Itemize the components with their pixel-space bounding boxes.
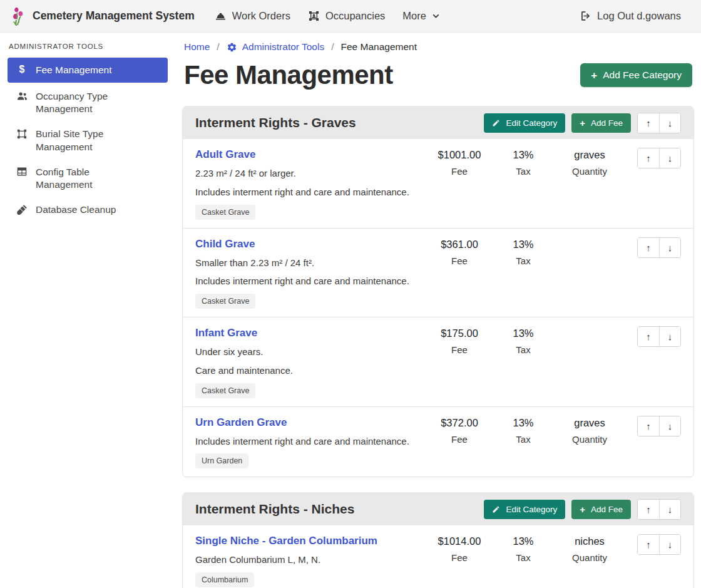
nav-item-work-orders[interactable]: Work Orders: [206, 5, 299, 27]
move-fee-up-button[interactable]: ↑: [638, 416, 659, 436]
admin-sidebar: ADMINISTRATOR TOOLS $ Fee Management Occ…: [0, 33, 175, 588]
fee-amount-column: $175.00 Fee: [424, 326, 494, 355]
edit-category-button[interactable]: Edit Category: [484, 113, 565, 133]
move-fee-down-button[interactable]: ↓: [659, 327, 680, 346]
sidebar-item-occupancy-type-management[interactable]: Occupancy Type Management: [8, 85, 168, 120]
app-title: Cemetery Management System: [33, 9, 195, 23]
edit-category-label: Edit Category: [506, 118, 557, 128]
move-fee-up-button[interactable]: ↑: [638, 535, 659, 554]
fee-amount-label: Fee: [424, 344, 494, 355]
fee-reorder-controls: ↑ ↓: [637, 416, 681, 436]
sidebar-item-burial-site-type-management[interactable]: Burial Site Type Management: [8, 123, 168, 158]
tax-column: 13% Tax: [494, 237, 552, 266]
broom-icon: [15, 204, 29, 215]
fee-descriptions: Under six years.Care and maintenance.: [195, 345, 419, 378]
quantity-value: graves: [552, 417, 627, 429]
fee-name-link[interactable]: Single Niche - Garden Columbarium: [195, 535, 377, 547]
move-category-up-button[interactable]: ↑: [638, 500, 659, 519]
arrow-up-icon: ↑: [646, 331, 651, 342]
fee-type-badge: Columbarium: [195, 572, 254, 587]
fee-name-link[interactable]: Adult Grave: [195, 148, 255, 161]
tax-label: Tax: [494, 255, 552, 266]
nav-item-occupancies[interactable]: Occupancies: [299, 5, 394, 27]
fee-row: Child Grave Smaller than 2.23 m² / 24 ft…: [183, 228, 693, 317]
arrow-down-icon: ↓: [668, 421, 673, 431]
edit-category-label: Edit Category: [506, 505, 557, 514]
quantity-label: Quantity: [552, 434, 627, 445]
move-category-up-button[interactable]: ↑: [638, 113, 659, 133]
add-fee-button[interactable]: + Add Fee: [571, 500, 631, 519]
fee-amount-value: $175.00: [424, 328, 494, 339]
move-category-down-button[interactable]: ↓: [659, 113, 680, 133]
arrow-up-icon: ↑: [646, 504, 651, 515]
add-fee-label: Add Fee: [591, 505, 623, 514]
main-content: Home / Administrator Tools / Fee Managem…: [175, 33, 701, 588]
tax-column: 13% Tax: [494, 326, 552, 355]
fee-details: Infant Grave Under six years.Care and ma…: [195, 326, 424, 398]
fee-amount-column: $1014.00 Fee: [424, 534, 494, 563]
app-brand[interactable]: Cemetery Management System: [11, 6, 195, 26]
fee-type-badge: Casket Grave: [195, 383, 255, 398]
breadcrumb-label: Administrator Tools: [242, 41, 325, 53]
tax-value: 13%: [494, 149, 552, 161]
pencil-icon: [492, 505, 500, 513]
move-fee-up-button[interactable]: ↑: [638, 327, 659, 346]
move-fee-down-button[interactable]: ↓: [659, 238, 680, 257]
move-category-down-button[interactable]: ↓: [659, 500, 680, 519]
add-fee-button[interactable]: + Add Fee: [571, 113, 631, 133]
arrow-up-icon: ↑: [646, 153, 651, 163]
move-fee-down-button[interactable]: ↓: [659, 535, 680, 554]
tax-value: 13%: [494, 328, 552, 339]
fee-reorder-controls: ↑ ↓: [637, 237, 681, 258]
logout-button[interactable]: Log Out d.gowans: [571, 5, 690, 27]
fee-details: Child Grave Smaller than 2.23 m² / 24 ft…: [195, 237, 424, 309]
sidebar-item-fee-management[interactable]: $ Fee Management: [8, 58, 168, 83]
fee-descriptions: Smaller than 2.23 m² / 24 ft².Includes i…: [195, 256, 419, 289]
fee-reorder-controls: ↑ ↓: [637, 326, 681, 347]
breadcrumb-admin-tools-link[interactable]: Administrator Tools: [227, 41, 325, 53]
fee-name-link[interactable]: Child Grave: [195, 238, 255, 250]
tax-column: 13% Tax: [494, 415, 552, 445]
fee-row: Urn Garden Grave Includes interment righ…: [183, 406, 693, 477]
fee-name-link[interactable]: Infant Grave: [195, 327, 257, 339]
move-fee-up-button[interactable]: ↑: [638, 148, 659, 168]
move-fee-down-button[interactable]: ↓: [659, 148, 680, 168]
fee-row: Single Niche - Garden Columbarium Garden…: [183, 525, 693, 588]
fee-description: Includes interment right and care and ma…: [195, 185, 419, 199]
move-fee-up-button[interactable]: ↑: [638, 238, 659, 257]
fee-category-card: Interment Rights - Graves Edit Category …: [183, 106, 693, 477]
quantity-label: Quantity: [552, 552, 627, 563]
quantity-column: graves Quantity: [552, 415, 627, 445]
fee-amount-label: Fee: [424, 434, 494, 445]
table-icon: [15, 166, 29, 177]
tax-label: Tax: [494, 344, 552, 355]
fee-name-link[interactable]: Urn Garden Grave: [195, 416, 287, 429]
quantity-column: [552, 326, 627, 333]
hard-hat-icon: [215, 10, 227, 22]
chevron-down-icon: [432, 12, 440, 20]
nav-item-label: Work Orders: [232, 10, 290, 22]
breadcrumb-home-link[interactable]: Home: [184, 41, 210, 53]
sidebar-item-label: Config Table Management: [36, 166, 148, 191]
add-fee-label: Add Fee: [591, 118, 623, 128]
tax-value: 13%: [494, 239, 552, 250]
tax-value: 13%: [494, 417, 552, 429]
plus-icon: +: [580, 505, 585, 514]
category-title: Interment Rights - Niches: [195, 502, 484, 517]
sidebar-item-label: Burial Site Type Management: [36, 128, 148, 153]
fee-reorder-controls: ↑ ↓: [637, 534, 681, 555]
fee-amount-column: $372.00 Fee: [424, 415, 494, 445]
fee-description: 2.23 m² / 24 ft² or larger.: [195, 167, 419, 180]
logout-label: Log Out d.gowans: [597, 10, 681, 22]
add-fee-category-button[interactable]: + Add Fee Category: [580, 63, 692, 87]
fee-description: Includes interment right and care and ma…: [195, 435, 419, 448]
sidebar-item-config-table-management[interactable]: Config Table Management: [8, 161, 168, 196]
move-fee-down-button[interactable]: ↓: [659, 416, 680, 436]
pencil-icon: [492, 119, 500, 127]
arrow-up-icon: ↑: [646, 242, 651, 253]
nav-item-more[interactable]: More: [394, 5, 449, 27]
sidebar-item-label: Occupancy Type Management: [36, 90, 148, 115]
sidebar-item-database-cleanup[interactable]: Database Cleanup: [8, 199, 168, 221]
arrow-down-icon: ↓: [668, 118, 673, 128]
edit-category-button[interactable]: Edit Category: [484, 500, 565, 519]
